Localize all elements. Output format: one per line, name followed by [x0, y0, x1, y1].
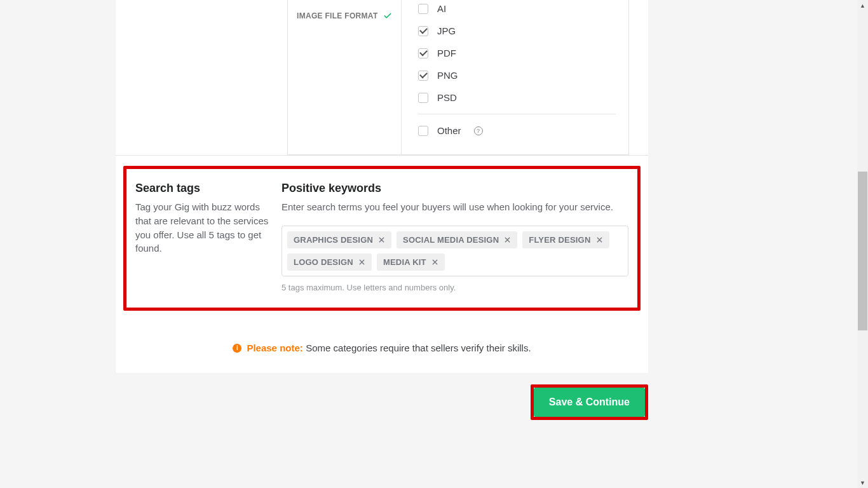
positive-keywords-heading: Positive keywords [281, 182, 628, 195]
save-continue-button[interactable]: Save & Continue [534, 388, 645, 417]
tag-chip: SOCIAL MEDIA DESIGN [397, 231, 517, 248]
format-option-pdf[interactable]: PDF [418, 42, 616, 64]
format-label-ai: AI [437, 3, 446, 14]
search-tags-description: Tag your Gig with buzz words that are re… [135, 200, 269, 255]
main-form-card: IMAGE FILE FORMAT AI [116, 0, 648, 373]
format-option-jpg[interactable]: JPG [418, 20, 616, 42]
note-text: Some categories require that sellers ver… [306, 342, 531, 353]
info-icon: i [233, 344, 241, 353]
tag-label: GRAPHICS DESIGN [294, 235, 373, 245]
format-option-psd[interactable]: PSD [418, 86, 616, 109]
format-divider [418, 114, 616, 114]
tag-label: MEDIA KIT [383, 257, 426, 267]
scroll-down-arrow-icon[interactable]: ▼ [857, 477, 868, 488]
tag-chip: LOGO DESIGN [287, 254, 372, 271]
format-label-psd: PSD [437, 92, 457, 103]
checkbox-ai[interactable] [418, 4, 428, 14]
format-option-ai[interactable]: AI [418, 3, 616, 20]
tag-remove-icon[interactable] [358, 259, 365, 266]
format-label-jpg: JPG [437, 25, 456, 36]
tag-chip: GRAPHICS DESIGN [287, 231, 391, 248]
scrollbar-thumb[interactable] [858, 172, 867, 330]
tag-label: LOGO DESIGN [294, 257, 353, 267]
format-label-other: Other [437, 125, 461, 136]
tag-remove-icon[interactable] [504, 236, 511, 243]
checkbox-pdf[interactable] [418, 48, 428, 58]
tag-remove-icon[interactable] [378, 236, 385, 243]
image-file-format-section: IMAGE FILE FORMAT AI [116, 0, 648, 156]
file-format-label: IMAGE FILE FORMAT [297, 11, 378, 20]
checkbox-jpg[interactable] [418, 26, 428, 36]
checkmark-icon [383, 11, 392, 20]
positive-keywords-description: Enter search terms you feel your buyers … [281, 200, 628, 214]
tag-chip: MEDIA KIT [377, 254, 445, 271]
scroll-up-arrow-icon[interactable]: ▲ [857, 0, 868, 11]
help-icon[interactable]: ? [474, 126, 483, 135]
format-label-png: PNG [437, 70, 458, 81]
format-option-other[interactable]: Other ? [418, 119, 616, 142]
checkbox-psd[interactable] [418, 93, 428, 103]
tags-input[interactable]: GRAPHICS DESIGN SOCIAL MEDIA DESIGN FLYE… [281, 226, 628, 276]
save-button-highlight: Save & Continue [531, 384, 648, 420]
format-option-png[interactable]: PNG [418, 64, 616, 86]
tag-chip: FLYER DESIGN [522, 231, 609, 248]
checkbox-png[interactable] [418, 71, 428, 81]
search-tags-section: Search tags Tag your Gig with buzz words… [123, 166, 641, 311]
tag-remove-icon[interactable] [431, 259, 438, 266]
search-tags-heading: Search tags [135, 182, 269, 195]
checkbox-other[interactable] [418, 126, 428, 136]
scrollbar-track[interactable]: ▲ ▼ [857, 0, 868, 488]
format-label-pdf: PDF [437, 48, 456, 58]
please-note-row: i Please note: Some categories require t… [116, 342, 648, 354]
tag-label: SOCIAL MEDIA DESIGN [403, 235, 499, 245]
tags-hint: 5 tags maximum. Use letters and numbers … [281, 283, 628, 292]
tag-label: FLYER DESIGN [529, 235, 590, 245]
note-label: Please note: [247, 342, 302, 353]
file-format-panel: IMAGE FILE FORMAT AI [287, 0, 629, 155]
tag-remove-icon[interactable] [596, 236, 603, 243]
